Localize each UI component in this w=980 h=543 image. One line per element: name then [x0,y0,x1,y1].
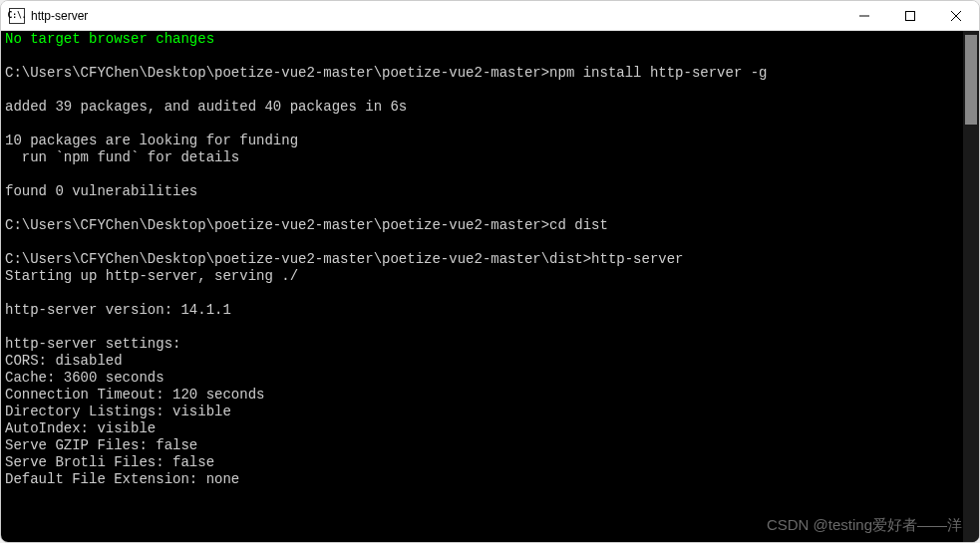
terminal-line: found 0 vulnerabilities [5,183,197,199]
terminal-line: run `npm fund` for details [5,149,239,165]
terminal-line: C:\Users\CFYChen\Desktop\poetize-vue2-ma… [5,217,608,233]
svg-rect-1 [906,11,915,20]
terminal-line: C:\Users\CFYChen\Desktop\poetize-vue2-ma… [5,65,768,81]
titlebar[interactable]: C:\. http-server [1,1,979,31]
close-button[interactable] [933,1,979,30]
terminal-line: http-server settings: [5,336,180,352]
terminal-body: No target browser changes C:\Users\CFYCh… [1,31,979,542]
window-title: http-server [31,9,841,23]
terminal-line: C:\Users\CFYChen\Desktop\poetize-vue2-ma… [5,251,684,267]
terminal-output[interactable]: No target browser changes C:\Users\CFYCh… [1,31,963,542]
terminal-line: Starting up http-server, serving ./ [5,268,298,284]
terminal-line: AutoIndex: visible [5,420,156,436]
terminal-line: http-server version: 14.1.1 [5,302,231,318]
close-icon [951,11,961,21]
window-controls [841,1,979,30]
terminal-line: Directory Listings: visible [5,404,231,419]
terminal-line: Serve GZIP Files: false [5,437,197,453]
terminal-line: Connection Timeout: 120 seconds [5,387,264,403]
status-line: No target browser changes [5,31,214,47]
app-icon: C:\. [9,8,25,24]
minimize-icon [859,11,869,21]
terminal-line: added 39 packages, and audited 40 packag… [5,99,407,115]
terminal-line: Serve Brotli Files: false [5,454,214,470]
maximize-icon [905,11,915,21]
terminal-window: C:\. http-server No target browser chang… [0,0,980,543]
terminal-line: Cache: 3600 seconds [5,370,164,386]
terminal-line: CORS: disabled [5,353,123,369]
maximize-button[interactable] [887,1,933,30]
terminal-line: 10 packages are looking for funding [5,133,298,148]
scrollbar[interactable] [963,31,979,542]
minimize-button[interactable] [841,1,887,30]
scrollbar-thumb[interactable] [965,35,977,125]
terminal-line: Default File Extension: none [5,471,239,487]
